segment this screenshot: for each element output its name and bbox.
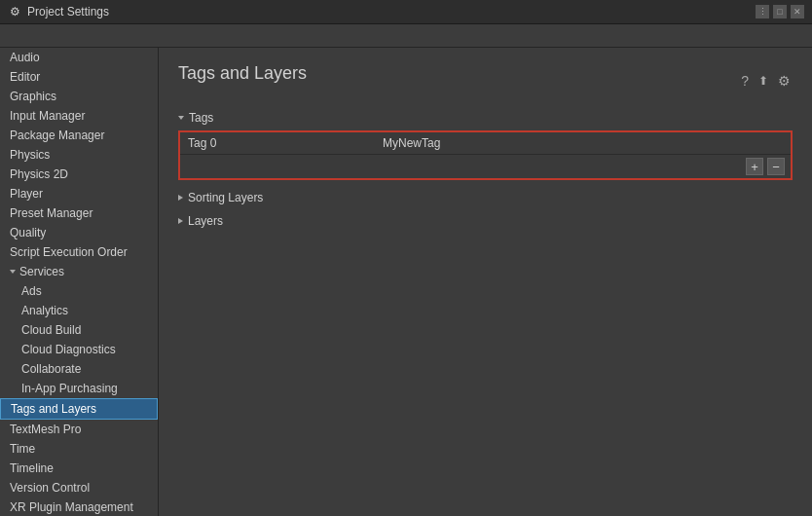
layers-triangle-icon xyxy=(178,218,183,224)
sorting-layers-triangle-icon xyxy=(178,195,183,201)
remove-tag-button[interactable]: − xyxy=(767,158,785,175)
tags-triangle-icon xyxy=(178,116,184,120)
tags-section-header[interactable]: Tags xyxy=(178,111,793,125)
sidebar-item-xr-plugin-management[interactable]: XR Plugin Management xyxy=(0,498,158,516)
tag-key: Tag 0 xyxy=(188,136,383,150)
upload-button[interactable]: ⬆ xyxy=(757,74,770,88)
sidebar-section-services[interactable]: Services xyxy=(0,262,158,281)
sidebar-item-preset-manager[interactable]: Preset Manager xyxy=(0,203,158,223)
title-bar-menu-btn[interactable]: ⋮ xyxy=(756,5,769,18)
main-layout: AudioEditorGraphicsInput ManagerPackage … xyxy=(0,48,812,516)
sidebar-item-audio[interactable]: Audio xyxy=(0,48,158,67)
sidebar-item-script-execution-order[interactable]: Script Execution Order xyxy=(0,242,158,262)
title-bar-close-btn[interactable]: ✕ xyxy=(791,5,804,18)
search-bar xyxy=(0,24,812,48)
tags-section-label: Tags xyxy=(189,111,213,125)
title-bar-controls: ⋮ □ ✕ xyxy=(756,5,804,18)
settings-icon: ⚙ xyxy=(8,5,21,18)
sidebar-item-version-control[interactable]: Version Control xyxy=(0,478,158,498)
sidebar-item-ads[interactable]: Ads xyxy=(0,281,158,301)
title-bar: ⚙ Project Settings ⋮ □ ✕ xyxy=(0,0,812,24)
add-tag-button[interactable]: + xyxy=(746,158,763,175)
sidebar-item-physics[interactable]: Physics xyxy=(0,145,158,165)
sidebar-item-label: Services xyxy=(19,265,64,278)
sidebar-item-tags-and-layers[interactable]: Tags and Layers xyxy=(0,398,158,420)
sidebar-item-input-manager[interactable]: Input Manager xyxy=(0,106,158,126)
sidebar-item-quality[interactable]: Quality xyxy=(0,223,158,242)
layers-section: Layers xyxy=(178,211,793,231)
search-input[interactable] xyxy=(6,30,123,42)
help-button[interactable]: ? xyxy=(739,73,751,89)
sidebar-item-time[interactable]: Time xyxy=(0,439,158,459)
tag-value: MyNewTag xyxy=(383,136,783,150)
sidebar-item-textmesh-pro[interactable]: TextMesh Pro xyxy=(0,420,158,439)
tags-table: Tag 0 MyNewTag + − xyxy=(178,130,793,180)
sidebar-item-physics-2d[interactable]: Physics 2D xyxy=(0,165,158,184)
sorting-layers-section: Sorting Layers xyxy=(178,188,793,207)
sorting-layers-label: Sorting Layers xyxy=(188,191,263,204)
sidebar-item-player[interactable]: Player xyxy=(0,184,158,203)
sidebar-item-in-app-purchasing[interactable]: In-App Purchasing xyxy=(0,379,158,398)
sidebar-item-cloud-build[interactable]: Cloud Build xyxy=(0,320,158,340)
page-title: Tags and Layers xyxy=(178,63,307,84)
sidebar-item-collaborate[interactable]: Collaborate xyxy=(0,359,158,379)
sorting-layers-header[interactable]: Sorting Layers xyxy=(178,188,793,207)
table-row: Tag 0 MyNewTag xyxy=(180,132,791,155)
content-header-row: Tags and Layers ? ⬆ ⚙ xyxy=(178,63,793,97)
title-bar-maximize-btn[interactable]: □ xyxy=(773,5,787,18)
sidebar-item-timeline[interactable]: Timeline xyxy=(0,459,158,478)
sidebar-item-analytics[interactable]: Analytics xyxy=(0,301,158,320)
sidebar-item-editor[interactable]: Editor xyxy=(0,67,158,87)
sidebar-item-graphics[interactable]: Graphics xyxy=(0,87,158,106)
services-triangle-icon xyxy=(10,270,16,274)
content-area: Tags and Layers ? ⬆ ⚙ Tags Tag 0 MyNewTa… xyxy=(159,48,812,516)
tag-buttons-row: + − xyxy=(180,155,791,178)
layers-header[interactable]: Layers xyxy=(178,211,793,231)
title-bar-text: Project Settings xyxy=(27,5,109,18)
sidebar-item-cloud-diagnostics[interactable]: Cloud Diagnostics xyxy=(0,340,158,359)
gear-button[interactable]: ⚙ xyxy=(776,73,793,89)
sidebar: AudioEditorGraphicsInput ManagerPackage … xyxy=(0,48,159,516)
sidebar-item-package-manager[interactable]: Package Manager xyxy=(0,126,158,145)
layers-label: Layers xyxy=(188,214,223,228)
